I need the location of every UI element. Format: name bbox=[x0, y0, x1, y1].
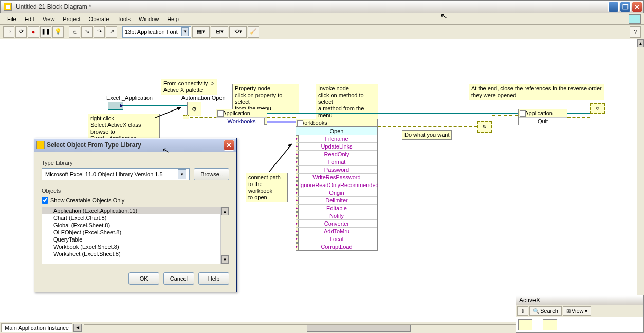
close-button[interactable]: ✕ bbox=[632, 2, 642, 12]
invoke-node-quit[interactable]: _Application Quit bbox=[518, 109, 567, 125]
close-ref-app[interactable]: ↻ bbox=[590, 103, 605, 114]
objects-listbox[interactable]: Application (Excel.Application.11) Chart… bbox=[42, 207, 229, 264]
arg-converter[interactable]: ▸Converter bbox=[296, 219, 377, 227]
property-node-application[interactable]: _Application Workbooks bbox=[216, 109, 267, 125]
maximize-button[interactable]: ❐ bbox=[620, 2, 631, 12]
chevron-down-icon[interactable]: ▼ bbox=[181, 27, 189, 36]
chevron-down-icon[interactable]: ▼ bbox=[178, 169, 186, 179]
cleanup-button[interactable]: 🧹 bbox=[248, 26, 259, 38]
cancel-button[interactable]: Cancel bbox=[163, 272, 194, 285]
activex-palette: ActiveX ⇧ 🔍 Search ⊞ View▾ bbox=[516, 295, 644, 333]
window-titlebar: Untitled 21 Block Diagram * _ ❐ ✕ bbox=[0, 0, 644, 13]
arg-addtomru[interactable]: ▸AddToMru bbox=[296, 227, 377, 235]
font-selector[interactable]: 13pt Application Font ▼ bbox=[122, 26, 191, 38]
list-item[interactable]: Application (Excel.Application.11) bbox=[42, 207, 229, 214]
error-wire-4 bbox=[492, 115, 518, 116]
wire-ref-to-open bbox=[123, 105, 187, 106]
help-button[interactable]: ? bbox=[630, 26, 641, 38]
list-item[interactable]: Chart (Excel.Chart.8) bbox=[42, 214, 229, 221]
typelib-value: Microsoft Excel 11.0 Object Library Vers… bbox=[45, 171, 163, 177]
menu-view[interactable]: View bbox=[39, 15, 59, 23]
menu-operate[interactable]: Operate bbox=[85, 15, 114, 23]
automation-open-node[interactable]: ⚙ bbox=[187, 102, 201, 116]
help-button[interactable]: Help bbox=[198, 272, 229, 285]
listbox-scrollbar[interactable]: ▲ ▼ bbox=[220, 207, 229, 264]
toolbar: ⇨ ⟳ ● ❚❚ 💡 ⎌ ↘ ↷ ↗ 13pt Application Font… bbox=[0, 25, 644, 39]
palette-up-button[interactable]: ⇧ bbox=[517, 306, 528, 316]
pause-button[interactable]: ❚❚ bbox=[40, 26, 51, 38]
list-item[interactable]: Global (Excel.Sheet.8) bbox=[42, 221, 229, 229]
browse-button[interactable]: Browse.. bbox=[194, 168, 229, 180]
typelib-combo[interactable]: Microsoft Excel 11.0 Object Library Vers… bbox=[42, 168, 190, 180]
font-label: 13pt Application Font bbox=[125, 29, 178, 35]
arg-delimiter[interactable]: ▸Delimiter bbox=[296, 196, 377, 204]
run-button[interactable]: ⇨ bbox=[3, 26, 14, 38]
arg-updatelinks[interactable]: ▸UpdateLinks bbox=[296, 142, 377, 150]
menu-help[interactable]: Help bbox=[163, 15, 183, 23]
vertical-scrollbar[interactable]: ▲ ▼ bbox=[637, 39, 644, 321]
dialog-title: Select Object From Type Library bbox=[47, 141, 224, 149]
menu-edit[interactable]: Edit bbox=[21, 15, 39, 23]
checkbox-input[interactable] bbox=[42, 197, 48, 203]
palette-search-button[interactable]: 🔍 Search bbox=[529, 306, 562, 316]
error-wire-3 bbox=[378, 126, 477, 127]
arg-filename[interactable]: ▸Filename bbox=[296, 135, 377, 142]
palette-view-button[interactable]: ⊞ View▾ bbox=[563, 306, 591, 316]
arg-ignorereadonly[interactable]: ▸IgnoreReadOnlyRecommended bbox=[296, 181, 377, 189]
arg-local[interactable]: ▸Local bbox=[296, 235, 377, 243]
dialog-close-button[interactable]: ✕ bbox=[224, 140, 234, 151]
scroll-left-button[interactable]: ◀ bbox=[73, 324, 82, 332]
quit-method[interactable]: Quit bbox=[519, 117, 567, 125]
dialog-titlebar[interactable]: Select Object From Type Library ✕ bbox=[34, 138, 236, 152]
invoke-node-workbooks[interactable]: Workbooks Open ▸Filename ▸UpdateLinks ▸R… bbox=[296, 119, 378, 251]
note-dowhat: Do what you want bbox=[402, 130, 452, 140]
step-into-button[interactable]: ↘ bbox=[81, 26, 93, 38]
list-item[interactable]: Worksheet (Excel.Sheet.8) bbox=[42, 250, 229, 257]
palette-body[interactable] bbox=[516, 317, 643, 332]
arg-writerespassword[interactable]: ▸WriteResPassword bbox=[296, 173, 377, 181]
arg-password[interactable]: ▸Password bbox=[296, 165, 377, 173]
palette-title[interactable]: ActiveX bbox=[516, 295, 643, 305]
palette-item-icon[interactable] bbox=[518, 319, 532, 330]
wire-to-quit bbox=[504, 113, 518, 114]
arg-format[interactable]: ▸Format bbox=[296, 158, 377, 165]
arg-editable[interactable]: ▸Editable bbox=[296, 204, 377, 212]
step-out-button[interactable]: ↗ bbox=[106, 26, 117, 38]
reorder-button[interactable]: ⟲▾ bbox=[229, 26, 247, 38]
step-over-button[interactable]: ↷ bbox=[94, 26, 105, 38]
list-item[interactable]: Workbook (Excel.Sheet.8) bbox=[42, 243, 229, 250]
highlight-button[interactable]: 💡 bbox=[52, 26, 64, 38]
scroll-up-icon[interactable]: ▲ bbox=[221, 207, 229, 215]
propnode-workbooks[interactable]: Workbooks bbox=[216, 117, 267, 125]
menu-project[interactable]: Project bbox=[59, 15, 84, 23]
menu-tools[interactable]: Tools bbox=[113, 15, 135, 23]
list-item[interactable]: OLEObject (Excel.Sheet.8) bbox=[42, 229, 229, 236]
ok-button[interactable]: OK bbox=[128, 272, 159, 285]
close-ref-workbook[interactable]: ↻ bbox=[477, 121, 492, 133]
menu-window[interactable]: Window bbox=[135, 15, 163, 23]
arg-notify[interactable]: ▸Notify bbox=[296, 212, 377, 219]
scroll-down-icon[interactable]: ▼ bbox=[221, 255, 229, 264]
wire-quit-to-close bbox=[567, 113, 590, 114]
window-title: Untitled 21 Block Diagram * bbox=[14, 3, 608, 10]
align-button[interactable]: ▦▾ bbox=[192, 26, 210, 38]
palette-item-icon[interactable] bbox=[543, 319, 557, 330]
scroll-up-button[interactable]: ▲ bbox=[637, 39, 644, 47]
note-connect: connect pathto the workbookto open bbox=[246, 173, 288, 202]
invoke-method[interactable]: Open bbox=[296, 127, 377, 135]
error-wire-1 bbox=[190, 117, 217, 118]
arg-corruptload[interactable]: ▸CorruptLoad bbox=[296, 243, 377, 250]
minimize-button[interactable]: _ bbox=[608, 2, 619, 12]
list-item[interactable]: QueryTable bbox=[42, 236, 229, 243]
status-tab[interactable]: Main Application Instance bbox=[1, 323, 72, 332]
excel-app-refnum[interactable] bbox=[108, 102, 123, 110]
menu-file[interactable]: File bbox=[3, 15, 21, 23]
abort-button[interactable]: ● bbox=[28, 26, 39, 38]
arg-origin[interactable]: ▸Origin bbox=[296, 189, 377, 196]
arg-readonly[interactable]: ▸ReadOnly bbox=[296, 150, 377, 158]
show-creatable-checkbox[interactable]: Show Creatable Objects Only bbox=[42, 197, 229, 203]
distribute-button[interactable]: ⊞▾ bbox=[211, 26, 228, 38]
run-continuously-button[interactable]: ⟳ bbox=[15, 26, 27, 38]
retain-wire-button[interactable]: ⎌ bbox=[69, 26, 80, 38]
select-object-dialog: Select Object From Type Library ✕ Type L… bbox=[34, 138, 237, 292]
